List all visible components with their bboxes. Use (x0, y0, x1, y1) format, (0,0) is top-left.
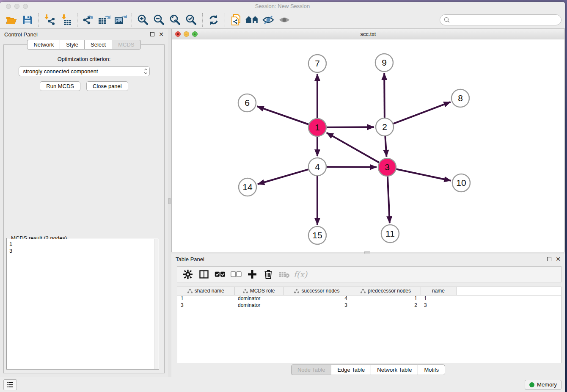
node-table-grid[interactable]: shared nameMCDS rolesuccessor nodesprede… (177, 287, 561, 309)
graph-node-label: 1 (315, 122, 320, 132)
mcds-result-text: 1 3 (7, 239, 154, 369)
graph-edge[interactable] (385, 136, 386, 157)
table-cell[interactable]: 1 (177, 295, 234, 302)
tab-node-table[interactable]: Node Table (291, 364, 331, 375)
hide-panel-eye-slash-icon[interactable] (260, 12, 276, 28)
column-header[interactable]: shared name (177, 287, 234, 295)
control-panel-title: Control Panel (4, 31, 38, 38)
table-cell[interactable]: 3 (283, 302, 351, 309)
header-filler (456, 287, 561, 295)
refresh-icon[interactable] (206, 12, 222, 28)
table-settings-gear-icon[interactable] (181, 268, 195, 281)
clone-network-icon[interactable] (228, 12, 244, 28)
graph-edge[interactable] (257, 106, 309, 124)
zoom-in-icon[interactable] (135, 12, 151, 28)
tab-network-table[interactable]: Network Table (371, 364, 418, 375)
table-row[interactable]: 1dominator411 (177, 295, 561, 302)
graph-edge[interactable] (384, 73, 385, 118)
close-table-panel-icon[interactable]: ✕ (556, 257, 561, 261)
export-table-icon[interactable] (96, 12, 113, 28)
optimization-criterion-label: Optimization criterion: (4, 56, 164, 62)
toolbar-separator (202, 13, 203, 27)
task-history-button[interactable] (3, 379, 17, 390)
graph-edge[interactable] (388, 177, 390, 223)
float-table-panel-icon[interactable] (547, 257, 551, 261)
column-tree-icon (187, 289, 193, 293)
toolbar-separator (77, 13, 77, 27)
table-cell[interactable]: 1 (421, 295, 456, 302)
table-cell[interactable]: dominator (234, 295, 283, 302)
window-controls[interactable] (6, 4, 28, 9)
import-table-icon[interactable] (58, 12, 74, 28)
create-column-plus-icon[interactable] (245, 268, 259, 281)
zoom-selected-icon[interactable] (183, 12, 199, 28)
tab-edge-table[interactable]: Edge Table (331, 364, 371, 375)
tab-motifs[interactable]: Motifs (418, 364, 445, 375)
memory-button[interactable]: Memory (525, 380, 561, 390)
tab-network[interactable]: Network (27, 40, 60, 50)
network-graph[interactable]: 7968124314101511 (172, 39, 564, 252)
tab-select[interactable]: Select (84, 40, 112, 50)
graph-edge[interactable] (396, 169, 451, 181)
optimization-criterion-select[interactable]: strongly connected component (19, 66, 150, 76)
minimize-window-button[interactable] (14, 4, 19, 9)
vertical-splitter[interactable] (168, 29, 171, 377)
open-session-icon[interactable] (3, 12, 19, 28)
float-panel-icon[interactable] (150, 32, 154, 36)
tab-mcds[interactable]: MCDS (112, 40, 140, 50)
table-cell[interactable]: 4 (283, 295, 351, 302)
list-icon (7, 382, 14, 388)
zoom-fit-icon[interactable] (167, 12, 183, 28)
search-box[interactable] (440, 14, 561, 25)
select-all-columns-icon[interactable] (213, 268, 227, 281)
graph-edge[interactable] (327, 167, 377, 167)
tab-style[interactable]: Style (60, 40, 84, 50)
column-header[interactable]: name (421, 287, 456, 295)
delete-column-trash-icon[interactable] (261, 268, 275, 281)
network-close-button[interactable]: × (175, 31, 181, 37)
control-panel: Control Panel ✕ Network Style Select MCD… (0, 29, 168, 377)
close-window-button[interactable] (6, 4, 11, 9)
graph-edge[interactable] (258, 169, 308, 184)
row-filler (456, 302, 561, 309)
export-network-icon[interactable] (80, 12, 96, 28)
graph-edge[interactable] (327, 127, 374, 127)
graph-node-label: 4 (315, 162, 320, 171)
search-input[interactable] (452, 17, 557, 23)
save-session-icon[interactable] (19, 12, 36, 28)
network-canvas[interactable]: 7968124314101511 (172, 39, 564, 252)
show-panel-eye-icon[interactable] (276, 12, 292, 28)
maximize-window-button[interactable] (23, 4, 28, 9)
graph-edge[interactable] (327, 133, 379, 163)
table-cell[interactable]: 2 (351, 302, 421, 309)
column-header[interactable]: MCDS role (234, 287, 283, 295)
table-toolbar: f(x) (177, 266, 561, 282)
network-minimize-button[interactable]: − (184, 31, 189, 37)
export-image-icon[interactable] (113, 12, 129, 28)
table-row[interactable]: 3dominator323 (177, 302, 561, 309)
result-scrollbar[interactable] (154, 239, 158, 369)
close-panel-button[interactable]: Close panel (86, 81, 128, 91)
column-header[interactable]: predecessor nodes (351, 287, 421, 295)
network-maximize-button[interactable]: + (192, 31, 198, 37)
graph-node-label: 15 (312, 230, 322, 240)
zoom-out-icon[interactable] (151, 12, 167, 28)
import-network-icon[interactable] (42, 12, 58, 28)
show-column-panel-icon[interactable] (197, 268, 211, 281)
select-stepper-icon (145, 69, 147, 74)
graph-node-label: 3 (385, 162, 390, 172)
graph-node-label: 14 (242, 182, 253, 192)
unselect-all-columns-icon[interactable] (229, 268, 243, 281)
close-panel-icon[interactable]: ✕ (159, 32, 164, 36)
column-header[interactable]: successor nodes (283, 287, 351, 295)
table-cell[interactable]: dominator (234, 302, 283, 309)
table-cell[interactable]: 3 (177, 302, 234, 309)
column-tree-icon (294, 289, 299, 293)
mcds-tab-content: Optimization criterion: strongly connect… (3, 44, 165, 373)
table-cell[interactable]: 1 (351, 295, 421, 302)
run-mcds-button[interactable]: Run MCDS (40, 81, 80, 91)
graph-edge[interactable] (394, 102, 451, 124)
home-icon[interactable] (244, 12, 260, 28)
memory-status-icon (529, 382, 534, 387)
table-cell[interactable]: 3 (421, 302, 456, 309)
